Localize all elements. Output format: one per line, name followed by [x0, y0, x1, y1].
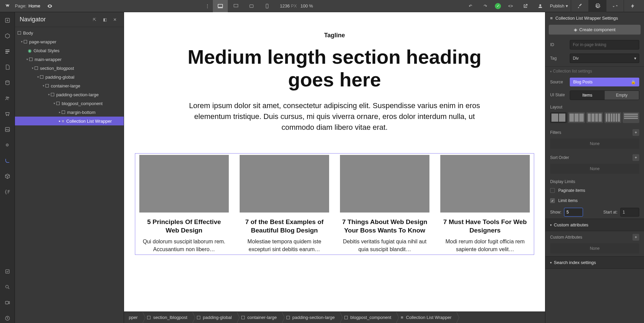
device-switcher: [213, 0, 275, 12]
cms-icon[interactable]: [3, 78, 12, 87]
svg-point-6: [5, 81, 9, 82]
sort-none: None: [550, 164, 639, 174]
publish-button[interactable]: Publish ▾: [550, 3, 568, 8]
users-icon[interactable]: [3, 94, 12, 103]
crumb[interactable]: padding-global: [192, 312, 237, 323]
component-icon: ◈: [574, 27, 577, 32]
crumb[interactable]: padding-section-large: [282, 312, 340, 323]
post-excerpt: Qui dolorum suscipit laborum rem. Accusa…: [139, 238, 229, 253]
share-icon[interactable]: [520, 1, 531, 12]
collection-list-selected[interactable]: 5 Principles Of Effective Web Design Qui…: [135, 153, 534, 255]
more-menu-icon[interactable]: ⋮: [202, 1, 213, 12]
tag-select[interactable]: Div▾: [570, 54, 639, 63]
limit-items-checkbox[interactable]: ✓: [550, 198, 555, 203]
blog-post-card: 7 of the Best Examples of Beautiful Blog…: [240, 155, 329, 253]
tree-container[interactable]: ▾container-large: [15, 81, 124, 90]
svg-point-7: [6, 97, 7, 98]
layout-6col[interactable]: [604, 112, 621, 123]
tree-component[interactable]: ▾blogpost_component: [15, 99, 124, 108]
post-thumbnail: [139, 155, 229, 213]
tree-margin-bottom[interactable]: ▸margin-bottom: [15, 108, 124, 117]
laptop-device-btn[interactable]: [228, 0, 243, 12]
tree-body[interactable]: Body: [15, 28, 124, 37]
panel-title: ≡Collection List Wrapper Settings: [545, 12, 644, 24]
preview-icon[interactable]: [44, 1, 55, 12]
search-icon[interactable]: [3, 282, 12, 292]
cube-icon[interactable]: [3, 31, 12, 41]
uistate-empty[interactable]: Empty: [605, 91, 639, 100]
id-input[interactable]: [570, 40, 639, 49]
bolt-tab[interactable]: [624, 0, 641, 12]
post-thumbnail: [340, 155, 429, 213]
package-icon[interactable]: [3, 171, 12, 181]
add-sort-button[interactable]: +: [632, 154, 639, 161]
source-select[interactable]: Blog Posts🔒: [570, 78, 639, 86]
desktop-device-btn[interactable]: [213, 0, 228, 12]
undo-icon[interactable]: ↶: [465, 1, 476, 12]
logic-icon[interactable]: [3, 156, 12, 165]
pin-icon[interactable]: ⇱: [90, 16, 99, 24]
ecommerce-icon[interactable]: [3, 109, 12, 119]
publish-label: Publish: [550, 3, 564, 8]
close-icon[interactable]: ✕: [111, 16, 119, 24]
layout-label: Layout: [545, 102, 644, 111]
brush-tab[interactable]: [571, 0, 588, 12]
crumb[interactable]: pper: [124, 312, 142, 323]
page-selector[interactable]: Page: Home: [15, 3, 40, 8]
assets-icon[interactable]: [3, 125, 12, 134]
tree-section[interactable]: ▾section_lblogpost: [15, 64, 124, 73]
crumb[interactable]: container-large: [237, 312, 282, 323]
zoom-info[interactable]: 1236 PX 100 %: [280, 3, 313, 8]
redo-icon[interactable]: ↷: [480, 1, 491, 12]
variables-icon[interactable]: {F: [3, 187, 12, 197]
crumb[interactable]: section_lblogpost: [142, 312, 192, 323]
tablet-landscape-btn[interactable]: [244, 0, 259, 12]
add-element-icon[interactable]: [3, 16, 12, 25]
settings-icon[interactable]: ⚙: [3, 140, 12, 150]
user-icon[interactable]: [535, 1, 546, 12]
navigator-header: Navigator ⇱ ◧ ✕: [15, 12, 124, 27]
add-filter-button[interactable]: +: [632, 129, 639, 136]
add-attribute-button[interactable]: +: [632, 234, 639, 241]
tablet-portrait-btn[interactable]: [260, 0, 275, 12]
dock-icon[interactable]: ◧: [101, 16, 109, 24]
crumb[interactable]: ≡Collection List Wrapper: [396, 312, 456, 323]
tree-page-wrapper[interactable]: ▾page-wrapper: [15, 37, 124, 46]
svg-point-11: [5, 285, 8, 288]
layout-3col[interactable]: [568, 112, 585, 123]
interactions-tab[interactable]: [606, 0, 624, 12]
settings-tab[interactable]: [588, 0, 606, 12]
post-excerpt: Debitis veritatis fugiat quia nihil aut …: [340, 238, 429, 253]
svg-rect-12: [5, 301, 8, 304]
video-icon[interactable]: [3, 298, 12, 307]
webflow-logo[interactable]: [3, 1, 12, 11]
tree-collection-wrapper[interactable]: ▸≡Collection List Wrapper: [15, 117, 124, 125]
paginate-checkbox[interactable]: [550, 188, 555, 193]
layout-4col[interactable]: [586, 112, 603, 123]
help-icon[interactable]: [3, 314, 12, 323]
crumb[interactable]: blogpost_component: [340, 312, 396, 323]
tagline: Tagline: [131, 32, 538, 39]
tree-padding-global[interactable]: ▾padding-global: [15, 73, 124, 81]
audit-icon[interactable]: [3, 267, 12, 276]
layout-rows[interactable]: [623, 112, 639, 123]
source-label: Source: [550, 80, 566, 84]
pages-icon[interactable]: [3, 62, 12, 72]
navigator-icon[interactable]: [3, 47, 12, 56]
code-icon[interactable]: <>: [505, 1, 516, 12]
id-label: ID: [550, 42, 566, 47]
create-component-button[interactable]: ◈ Create component: [549, 25, 641, 35]
limit-items-label: Limit items: [558, 198, 578, 203]
custom-attributes-section[interactable]: ▾Custom attributes: [545, 219, 644, 231]
search-index-section[interactable]: ▾Search index settings: [545, 256, 644, 269]
status-ok-icon[interactable]: ✓: [495, 3, 501, 9]
layout-2col[interactable]: [550, 112, 567, 123]
start-input[interactable]: [620, 208, 639, 217]
tree-global-styles[interactable]: ◉Global Styles: [15, 46, 124, 55]
canvas-content[interactable]: Tagline Medium length section heading go…: [124, 12, 545, 311]
uistate-items[interactable]: Items: [570, 91, 605, 100]
tree-main-wrapper[interactable]: ▾main-wrapper: [15, 55, 124, 64]
page-label: Page:: [15, 3, 26, 8]
tree-padding-section[interactable]: ▾padding-section-large: [15, 90, 124, 99]
show-input[interactable]: [564, 208, 583, 217]
